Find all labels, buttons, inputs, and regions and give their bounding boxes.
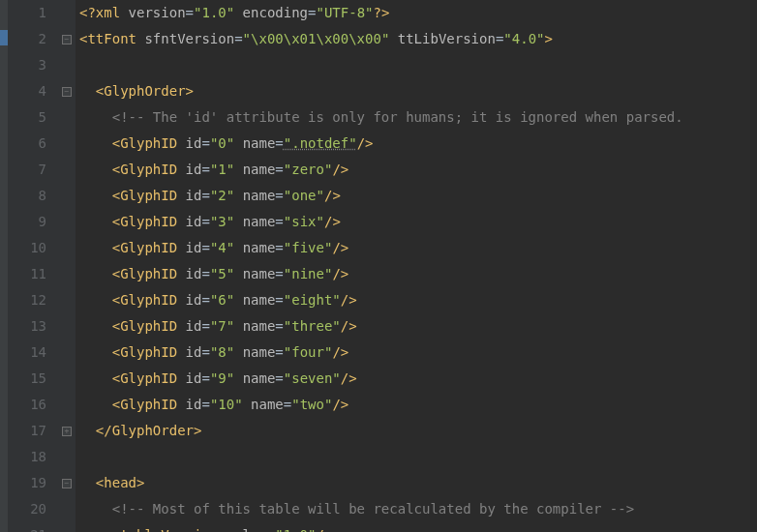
xml-value: "2" bbox=[210, 188, 234, 203]
line-number: 12 bbox=[15, 287, 46, 313]
xml-tag: GlyphID bbox=[120, 266, 177, 281]
code-line: </GlyphOrder> bbox=[79, 418, 757, 444]
xml-value: "9" bbox=[210, 370, 234, 386]
code-line: <!-- The 'id' attribute is only for huma… bbox=[79, 104, 757, 131]
fold-column: −−+− bbox=[58, 0, 76, 532]
line-number: 17 bbox=[15, 418, 46, 444]
xml-attr: id bbox=[177, 266, 201, 281]
xml-attr: name bbox=[243, 397, 284, 412]
xml-attr: name bbox=[234, 240, 275, 255]
fold-cell bbox=[58, 340, 76, 366]
fold-close-icon[interactable]: + bbox=[62, 427, 72, 436]
xml-comment: <!-- The 'id' attribute is only for huma… bbox=[112, 109, 691, 125]
line-number: 11 bbox=[15, 261, 46, 287]
xml-attr: id bbox=[177, 318, 201, 334]
code-line: <GlyphID id="1" name="zero"/> bbox=[79, 157, 757, 183]
xml-tag: GlyphID bbox=[120, 162, 177, 177]
line-marker[interactable] bbox=[0, 30, 8, 45]
line-number: 10 bbox=[15, 235, 46, 261]
xml-value: "seven" bbox=[284, 370, 341, 386]
xml-value: "nine" bbox=[284, 266, 333, 281]
fold-cell: − bbox=[58, 26, 76, 52]
xml-tag: GlyphID bbox=[120, 370, 177, 386]
xml-value: "1.0" bbox=[194, 5, 234, 20]
xml-value: "\x00\x01\x00\x00" bbox=[243, 31, 390, 46]
code-line bbox=[79, 444, 757, 470]
line-number: 7 bbox=[15, 157, 46, 183]
xml-value: "6" bbox=[210, 292, 234, 308]
xml-tag: GlyphID bbox=[120, 214, 177, 229]
xml-attr: id bbox=[177, 135, 201, 151]
xml-value: "two" bbox=[291, 397, 332, 412]
line-number: 9 bbox=[15, 209, 46, 235]
code-line bbox=[79, 52, 757, 78]
xml-value: "10" bbox=[210, 397, 243, 412]
fold-cell bbox=[58, 235, 76, 261]
xml-value: "three" bbox=[284, 318, 341, 334]
xml-attr: id bbox=[177, 397, 201, 412]
code-line: <GlyphID id="5" name="nine"/> bbox=[79, 261, 757, 287]
code-line: <ttFont sfntVersion="\x00\x01\x00\x00" t… bbox=[79, 26, 757, 52]
line-number: 19 bbox=[15, 470, 46, 496]
xml-tag: GlyphID bbox=[120, 240, 177, 255]
xml-attr: id bbox=[177, 214, 201, 229]
code-line: <GlyphID id="2" name="one"/> bbox=[79, 183, 757, 209]
xml-tag: head bbox=[104, 475, 136, 490]
xml-attr: sfntVersion bbox=[136, 31, 234, 46]
fold-cell bbox=[58, 261, 76, 287]
code-line: <!-- Most of this table will be recalcul… bbox=[79, 496, 757, 522]
fold-cell bbox=[58, 52, 76, 78]
xml-attr: id bbox=[177, 240, 201, 255]
xml-attr: encoding bbox=[234, 5, 308, 20]
fold-open-icon[interactable]: − bbox=[62, 87, 72, 97]
fold-open-icon[interactable]: − bbox=[62, 35, 72, 44]
xml-attr: name bbox=[234, 135, 275, 151]
fold-cell: − bbox=[58, 78, 76, 104]
xml-value: "1" bbox=[210, 162, 234, 177]
code-line: <GlyphID id="7" name="three"/> bbox=[79, 313, 757, 340]
line-number: 3 bbox=[15, 52, 46, 78]
xml-value: "six" bbox=[284, 214, 324, 229]
xml-value: "one" bbox=[284, 188, 324, 203]
fold-cell: + bbox=[58, 418, 76, 444]
fold-open-icon[interactable]: − bbox=[62, 479, 72, 488]
code-line: <GlyphID id="8" name="four"/> bbox=[79, 340, 757, 366]
fold-cell bbox=[58, 444, 76, 470]
code-area[interactable]: <?xml version="1.0" encoding="UTF-8"?><t… bbox=[76, 0, 757, 532]
xml-attr: id bbox=[177, 370, 201, 386]
xml-value: "5" bbox=[210, 266, 234, 281]
line-number: 20 bbox=[15, 496, 46, 522]
xml-attr: id bbox=[177, 188, 201, 203]
fold-cell bbox=[58, 209, 76, 235]
fold-cell bbox=[58, 287, 76, 313]
xml-attr: name bbox=[234, 318, 275, 334]
xml-value: "4.0" bbox=[503, 31, 544, 46]
xml-tag: GlyphID bbox=[120, 344, 177, 360]
line-number: 1 bbox=[15, 0, 46, 26]
fold-cell bbox=[58, 366, 76, 392]
xml-tag: tableVersion bbox=[120, 527, 218, 532]
line-number: 15 bbox=[15, 366, 46, 392]
xml-attr: name bbox=[234, 214, 275, 229]
xml-attr: name bbox=[234, 188, 275, 203]
xml-tag: GlyphOrder bbox=[112, 423, 194, 438]
xml-tag: GlyphID bbox=[120, 135, 177, 151]
code-line: <GlyphID id="0" name=".notdef"/> bbox=[79, 131, 757, 157]
code-line: <tableVersion value="1.0"/> bbox=[79, 522, 757, 532]
xml-tag: GlyphOrder bbox=[104, 83, 185, 99]
xml-value: "7" bbox=[210, 318, 234, 334]
xml-tag: GlyphID bbox=[120, 397, 177, 412]
code-editor: 123456789101112131415161718192021 −−+− <… bbox=[0, 0, 757, 532]
code-line: <GlyphID id="9" name="seven"/> bbox=[79, 366, 757, 392]
fold-cell bbox=[58, 496, 76, 522]
xml-value: "0" bbox=[210, 135, 234, 151]
xml-attr: name bbox=[234, 266, 275, 281]
fold-cell bbox=[58, 522, 76, 532]
xml-value: "4" bbox=[210, 240, 234, 255]
xml-value: "UTF-8" bbox=[316, 5, 373, 20]
line-number: 4 bbox=[15, 78, 46, 104]
xml-value: "1.0" bbox=[275, 527, 316, 532]
xml-value: "zero" bbox=[284, 162, 333, 177]
xml-value: ".notdef" bbox=[284, 135, 357, 151]
xml-tag: ttFont bbox=[87, 31, 136, 46]
